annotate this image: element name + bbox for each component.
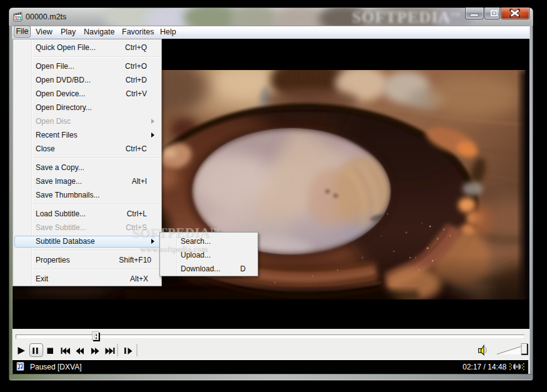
svg-text:1: 1 bbox=[19, 15, 22, 21]
